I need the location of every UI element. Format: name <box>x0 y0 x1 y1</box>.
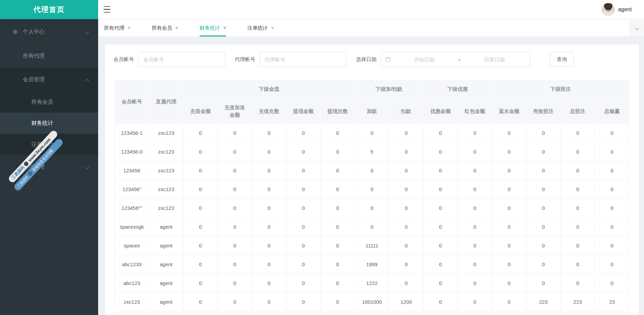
search-button[interactable]: 查询 <box>550 52 574 67</box>
table-cell: 0 <box>561 199 595 218</box>
table-cell: 0 <box>492 199 526 218</box>
table-cell: 0 <box>217 124 252 143</box>
col-header-提现金额: 提现金额 <box>286 99 321 124</box>
table-cell: 0 <box>458 143 492 161</box>
app-title: 代理首页 <box>0 0 98 19</box>
start-date-input[interactable] <box>393 57 456 62</box>
table-cell: 0 <box>252 161 286 180</box>
table-cell: 0 <box>252 255 286 274</box>
table-cell: 0 <box>183 237 218 255</box>
table-cell: 0 <box>389 274 424 293</box>
table-cell: 0 <box>217 180 252 199</box>
tab-label: 所有代理 <box>104 25 124 31</box>
table-cell: 0 <box>252 237 286 255</box>
table-cell: 0 <box>423 180 458 199</box>
tab-close-icon[interactable]: × <box>127 25 131 31</box>
sidebar-item-所有代理[interactable]: 所有代理 <box>0 44 98 68</box>
member-account-input[interactable] <box>138 52 225 67</box>
table-cell: 0 <box>217 274 252 293</box>
table-cell: 0 <box>492 293 526 312</box>
table-cell: 0 <box>320 274 355 293</box>
table-cell: 0 <box>561 124 595 143</box>
date-range-label: 选择日期 <box>356 56 377 63</box>
table-cell: 0 <box>458 124 492 143</box>
table-cell: 0 <box>595 237 629 255</box>
table-cell: 0 <box>458 218 492 237</box>
topbar: agent <box>98 0 644 19</box>
table-cell: 0 <box>355 180 389 199</box>
table-cell: zxc123 <box>149 199 183 218</box>
calendar-icon <box>385 57 391 62</box>
chevron-down-icon <box>86 29 89 35</box>
tab-close-icon[interactable]: × <box>223 25 226 31</box>
table-row: abc1233agent0000019990000000 <box>115 255 629 274</box>
table-row: zxc123agent000001001000120000022322323 <box>115 293 629 312</box>
table-cell: 0 <box>458 180 492 199</box>
table-cell: 0 <box>286 218 321 237</box>
table-cell: 0 <box>183 255 218 274</box>
table-cell: 0 <box>183 143 218 161</box>
col-header-总投注: 总投注 <box>561 99 595 124</box>
filter-bar: 会员帐号 代理帐号 选择日期 <box>113 52 639 67</box>
table-cell: 0 <box>320 218 355 237</box>
table-cell: agent <box>149 218 183 237</box>
table-cell: 0 <box>355 161 389 180</box>
group-header-下级投注: 下级投注 <box>492 80 629 99</box>
table-cell: 0 <box>183 293 218 312</box>
table-cell: 0 <box>355 124 389 143</box>
sidebar-item-注单统计[interactable]: 注单统计 <box>0 134 98 155</box>
table-cell: 0 <box>595 218 629 237</box>
sidebar-item-个人中心[interactable]: 个人中心 <box>0 19 98 44</box>
table-cell: 0 <box>526 255 561 274</box>
hamburger-menu-icon[interactable] <box>104 6 110 13</box>
agent-account-input[interactable] <box>260 52 347 67</box>
table-cell: 0 <box>217 143 252 161</box>
col-header-会员帐号: 会员帐号 <box>115 80 149 124</box>
chevron-up-icon <box>86 77 89 83</box>
tab-注单统计[interactable]: 注单统计× <box>247 19 274 37</box>
cell-member-account: 123456-1 <box>115 124 149 143</box>
table-cell: 0 <box>423 199 458 218</box>
sidebar-item-财务统计[interactable]: 财务统计 <box>0 113 98 134</box>
table-cell: 0 <box>217 237 252 255</box>
group-header-下级加/扣款: 下级加/扣款 <box>355 80 423 99</box>
tab-财务统计[interactable]: 财务统计× <box>200 19 226 37</box>
sidebar-item-提现管理[interactable]: 提现管理 <box>0 155 98 178</box>
tab-close-icon[interactable]: × <box>175 25 178 31</box>
table-cell: 0 <box>286 274 321 293</box>
open-tabs: 所有代理×所有会员×财务统计×注单统计× <box>98 19 644 37</box>
table-row: spacexsgkagent0000000000000 <box>115 218 629 237</box>
table-cell: 0 <box>595 124 629 143</box>
table-cell: 0 <box>217 293 252 312</box>
table-cell: 0 <box>423 124 458 143</box>
col-header-红包金额: 红包金额 <box>458 99 492 124</box>
tab-所有会员[interactable]: 所有会员× <box>152 19 178 37</box>
avatar[interactable] <box>602 3 615 16</box>
table-cell: 0 <box>595 255 629 274</box>
end-date-input[interactable] <box>463 57 526 62</box>
tab-label: 注单统计 <box>247 25 268 31</box>
tab-所有代理[interactable]: 所有代理× <box>104 19 131 37</box>
table-cell: 0 <box>183 218 218 237</box>
table-cell: zxc123 <box>149 161 183 180</box>
table-cell: 1001000 <box>355 293 389 312</box>
table-cell: 0 <box>492 180 526 199</box>
col-header-总输赢: 总输赢 <box>595 99 629 124</box>
table-cell: 0 <box>526 180 561 199</box>
date-range-group: - <box>381 52 530 67</box>
sidebar-item-所有会员[interactable]: 所有会员 <box>0 91 98 113</box>
table-cell: 0 <box>320 293 355 312</box>
table-cell: 1999 <box>355 255 389 274</box>
stats-table-body: 123456-1zxc1230000000000000123456-0zxc12… <box>115 124 629 312</box>
sidebar-item-会员管理[interactable]: 会员管理 <box>0 68 98 91</box>
table-cell: 0 <box>389 237 424 255</box>
user-menu[interactable]: agent <box>602 0 632 19</box>
table-cell: 0 <box>595 180 629 199</box>
tab-close-icon[interactable]: × <box>271 25 274 31</box>
col-header-优惠金额: 优惠金额 <box>423 99 458 124</box>
cell-member-account: spacex <box>115 237 149 255</box>
tabs-dropdown-button[interactable] <box>629 19 644 37</box>
sidebar-item-label: 所有会员 <box>31 99 53 106</box>
table-cell: 0 <box>252 124 286 143</box>
date-range-picker[interactable]: - <box>381 52 530 67</box>
